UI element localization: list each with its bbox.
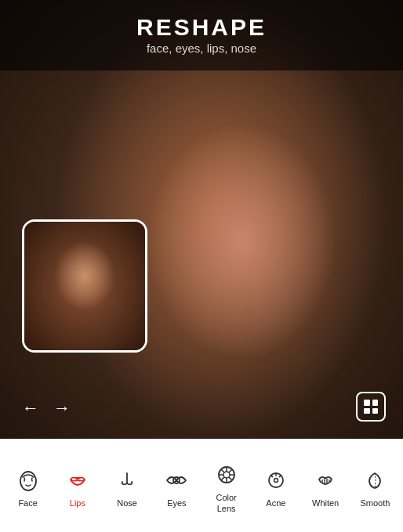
nav-arrows: ← → [22, 400, 71, 417]
tool-color-lens[interactable]: Color Lens [206, 460, 247, 513]
svg-line-11 [228, 469, 231, 472]
smooth-icon [360, 465, 390, 495]
svg-point-2 [176, 479, 178, 481]
acne-icon [261, 465, 291, 495]
svg-point-14 [274, 478, 278, 482]
tool-whiten[interactable]: Whiten [305, 465, 346, 508]
smooth-label: Smooth [360, 498, 390, 508]
svg-point-4 [223, 472, 230, 478]
nose-label: Nose [117, 498, 137, 508]
whiten-label: Whiten [312, 498, 339, 508]
face-label: Face [18, 498, 37, 508]
tool-face[interactable]: Face [8, 465, 49, 508]
app: RESHAPE face, eyes, lips, nose ← → [0, 0, 403, 532]
grid-icon [364, 400, 378, 414]
svg-line-10 [228, 477, 231, 480]
nose-icon [112, 465, 142, 495]
face-icon [13, 465, 43, 495]
page-subtitle: face, eyes, lips, nose [16, 42, 387, 55]
before-thumbnail [22, 219, 147, 353]
image-area: RESHAPE face, eyes, lips, nose ← → [0, 0, 403, 439]
lips-icon [63, 465, 93, 495]
compare-button[interactable] [356, 392, 386, 422]
forward-arrow[interactable]: → [53, 400, 71, 417]
toolbar: Face Lips Nose [0, 439, 403, 532]
tool-nose[interactable]: Nose [107, 465, 147, 508]
tool-acne[interactable]: Acne [256, 465, 296, 508]
svg-line-12 [221, 477, 224, 480]
title-overlay: RESHAPE face, eyes, lips, nose [0, 0, 403, 71]
acne-label: Acne [266, 498, 285, 508]
color-lens-label: Color Lens [216, 493, 236, 513]
page-title: RESHAPE [16, 14, 387, 40]
tool-smooth[interactable]: Smooth [354, 465, 395, 508]
lips-label: Lips [70, 498, 85, 508]
eyes-label: Eyes [167, 498, 186, 508]
color-lens-icon [212, 460, 241, 490]
tool-eyes[interactable]: Eyes [156, 465, 197, 508]
whiten-icon [310, 465, 340, 495]
svg-line-9 [221, 469, 224, 472]
eyes-icon [162, 465, 191, 495]
tool-lips[interactable]: Lips [57, 465, 98, 508]
back-arrow[interactable]: ← [22, 400, 39, 417]
